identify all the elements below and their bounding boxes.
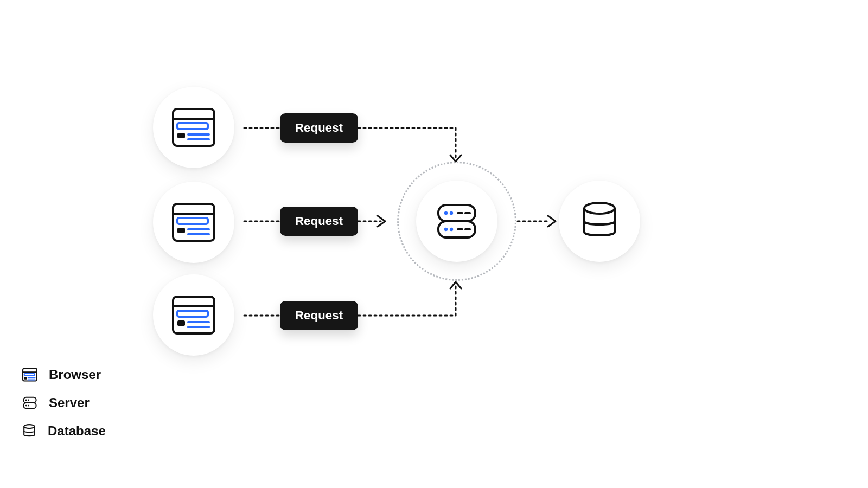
request-pill-3: Request <box>280 301 358 330</box>
svg-point-39 <box>25 400 27 401</box>
server-icon <box>433 197 481 245</box>
browser-icon <box>22 367 38 383</box>
database-icon <box>22 423 37 439</box>
svg-point-43 <box>24 425 35 428</box>
svg-rect-2 <box>177 123 208 129</box>
architecture-diagram: Request Request Request Browser <box>0 0 868 488</box>
svg-rect-34 <box>24 377 27 380</box>
browser-node-1 <box>153 87 234 168</box>
request-pill-2: Request <box>280 207 358 236</box>
svg-rect-14 <box>177 311 208 317</box>
svg-rect-33 <box>24 374 35 376</box>
legend: Browser Server <box>22 367 106 439</box>
request-label: Request <box>295 214 343 228</box>
server-node <box>416 181 497 262</box>
legend-label-server: Server <box>49 395 90 410</box>
svg-point-25 <box>450 228 453 231</box>
svg-rect-3 <box>177 133 185 138</box>
legend-row-browser: Browser <box>22 367 106 383</box>
svg-point-41 <box>25 405 27 407</box>
svg-point-28 <box>584 203 615 214</box>
arrow-server-to-database <box>514 210 569 232</box>
browser-node-2 <box>153 182 234 263</box>
svg-point-40 <box>28 400 29 401</box>
request-pill-1: Request <box>280 113 358 143</box>
svg-rect-8 <box>177 218 208 224</box>
browser-icon <box>170 104 218 151</box>
svg-point-21 <box>450 211 453 215</box>
svg-rect-15 <box>177 320 185 326</box>
browser-node-3 <box>153 274 234 356</box>
legend-row-database: Database <box>22 423 106 439</box>
legend-label-browser: Browser <box>49 367 101 382</box>
request-label: Request <box>295 121 343 135</box>
legend-label-database: Database <box>48 423 106 439</box>
svg-point-42 <box>28 405 29 407</box>
svg-point-20 <box>444 211 448 215</box>
browser-icon <box>170 198 218 246</box>
request-label: Request <box>295 309 343 323</box>
server-icon <box>22 395 38 411</box>
legend-row-server: Server <box>22 395 106 411</box>
svg-rect-9 <box>177 228 185 233</box>
database-node <box>559 181 640 262</box>
database-icon <box>578 200 621 243</box>
browser-icon <box>170 291 218 339</box>
svg-point-24 <box>444 228 448 231</box>
